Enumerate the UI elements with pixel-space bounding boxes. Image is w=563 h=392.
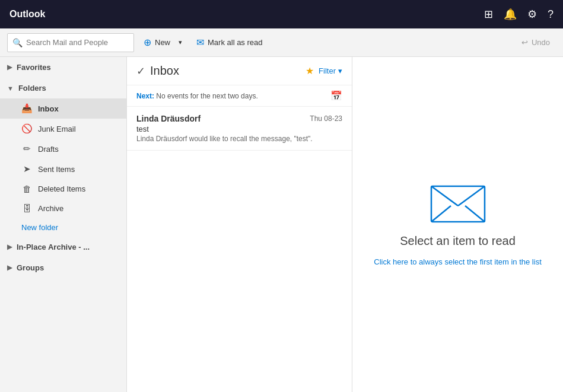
archive-icon: 🗄 [21, 203, 32, 213]
groups-label: Groups [17, 263, 44, 272]
inbox-title: Inbox [150, 64, 301, 78]
new-dropdown-button[interactable]: ▾ [175, 35, 186, 50]
svg-line-4 [465, 206, 485, 222]
inbox-check-icon[interactable]: ✓ [136, 65, 145, 78]
reading-pane: Select an item to read Click here to alw… [352, 57, 563, 392]
envelope-illustration [428, 183, 488, 225]
sidebar-item-drafts-label: Drafts [38, 145, 59, 154]
undo-label: Undo [532, 38, 550, 47]
sidebar-item-sent[interactable]: ➤ Sent Items [0, 159, 126, 179]
filter-button[interactable]: Filter ▾ [319, 66, 342, 75]
filter-chevron-icon: ▾ [338, 66, 342, 75]
sidebar-item-sent-label: Sent Items [38, 165, 75, 174]
main-layout: ▶ Favorites ▼ Folders 📥 Inbox 🚫 Junk Ema… [0, 57, 563, 392]
sidebar-item-archive-label: Archive [38, 204, 63, 213]
email-subject: test [136, 125, 342, 133]
sidebar-item-junk[interactable]: 🚫 Junk Email [0, 119, 126, 139]
junk-icon: 🚫 [21, 123, 32, 134]
email-preview: Linda Dräusdorf would like to recall the… [136, 135, 342, 143]
sidebar-favorites-header[interactable]: ▶ Favorites [0, 57, 126, 78]
new-folder-link[interactable]: New folder [0, 218, 126, 237]
toolbar: 🔍 ⊕ New ▾ ✉ Mark all as read ↩ Undo [0, 28, 563, 57]
new-plus-icon: ⊕ [144, 37, 151, 48]
app-title: Outlook [9, 9, 484, 20]
email-list-header: ✓ Inbox ★ Filter ▾ [127, 57, 352, 85]
gear-icon[interactable]: ⚙ [527, 8, 537, 21]
email-sender: Linda Dräusdorf [136, 114, 201, 123]
email-item-header: Linda Dräusdorf Thu 08-23 [136, 114, 342, 123]
svg-line-3 [431, 206, 451, 222]
new-folder-label: New folder [21, 223, 58, 232]
filter-label: Filter [319, 66, 336, 75]
favorites-label: Favorites [17, 63, 51, 72]
sent-icon: ➤ [21, 164, 32, 174]
folders-label: Folders [18, 84, 46, 93]
sidebar-folders-header[interactable]: ▼ Folders [0, 78, 126, 98]
select-first-link[interactable]: Click here to always select the first it… [374, 257, 542, 266]
email-list: ✓ Inbox ★ Filter ▾ Next: No events for t… [127, 57, 352, 392]
sidebar-item-drafts[interactable]: ✏ Drafts [0, 139, 126, 159]
search-input[interactable] [26, 38, 129, 47]
search-box[interactable]: 🔍 [7, 33, 134, 52]
next-label: Next: [136, 92, 154, 100]
svg-line-1 [431, 186, 458, 206]
sidebar-item-junk-label: Junk Email [38, 125, 76, 133]
topbar-icons: ⊞ 🔔 ⚙ ? [484, 8, 554, 21]
mark-all-icon: ✉ [196, 37, 204, 48]
calendar-icon[interactable]: 📅 [330, 90, 342, 101]
drafts-icon: ✏ [21, 144, 32, 154]
new-label: New [155, 38, 170, 47]
inbox-icon: 📥 [21, 103, 32, 114]
sidebar-inplace-archive-header[interactable]: ▶ In-Place Archive - ... [0, 237, 126, 257]
sidebar: ▶ Favorites ▼ Folders 📥 Inbox 🚫 Junk Ema… [0, 57, 127, 392]
sidebar-item-inbox[interactable]: 📥 Inbox [0, 98, 126, 119]
new-button[interactable]: ⊕ New [139, 33, 175, 52]
email-item[interactable]: Linda Dräusdorf Thu 08-23 test Linda Drä… [127, 107, 352, 151]
sidebar-item-deleted-label: Deleted Items [38, 184, 85, 193]
topbar: Outlook ⊞ 🔔 ⚙ ? [0, 0, 563, 28]
mark-all-read-button[interactable]: ✉ Mark all as read [190, 33, 268, 52]
search-icon: 🔍 [12, 38, 23, 47]
email-date: Thu 08-23 [310, 114, 342, 123]
undo-icon: ↩ [521, 38, 528, 47]
sidebar-groups-header[interactable]: ▶ Groups [0, 257, 126, 278]
deleted-icon: 🗑 [21, 184, 32, 194]
next-bar-text: Next: No events for the next two days. [136, 92, 258, 100]
next-bar: Next: No events for the next two days. 📅 [127, 85, 352, 107]
next-text: No events for the next two days. [156, 92, 257, 100]
folders-chevron-icon: ▼ [7, 85, 14, 92]
sidebar-item-archive[interactable]: 🗄 Archive [0, 199, 126, 218]
select-item-text: Select an item to read [400, 234, 516, 248]
favorites-chevron-icon: ▶ [7, 63, 12, 71]
groups-chevron-icon: ▶ [7, 264, 12, 272]
mark-all-label: Mark all as read [208, 38, 262, 47]
apps-icon[interactable]: ⊞ [484, 8, 493, 21]
sidebar-item-deleted[interactable]: 🗑 Deleted Items [0, 179, 126, 199]
inplace-chevron-icon: ▶ [7, 243, 12, 251]
inplace-archive-label: In-Place Archive - ... [17, 243, 90, 251]
help-icon[interactable]: ? [548, 8, 554, 21]
inbox-star-icon[interactable]: ★ [306, 65, 314, 77]
new-button-group: ⊕ New ▾ [139, 33, 186, 52]
svg-line-2 [458, 186, 485, 206]
sidebar-item-inbox-label: Inbox [38, 104, 59, 113]
bell-icon[interactable]: 🔔 [504, 8, 517, 21]
undo-button[interactable]: ↩ Undo [516, 34, 556, 50]
